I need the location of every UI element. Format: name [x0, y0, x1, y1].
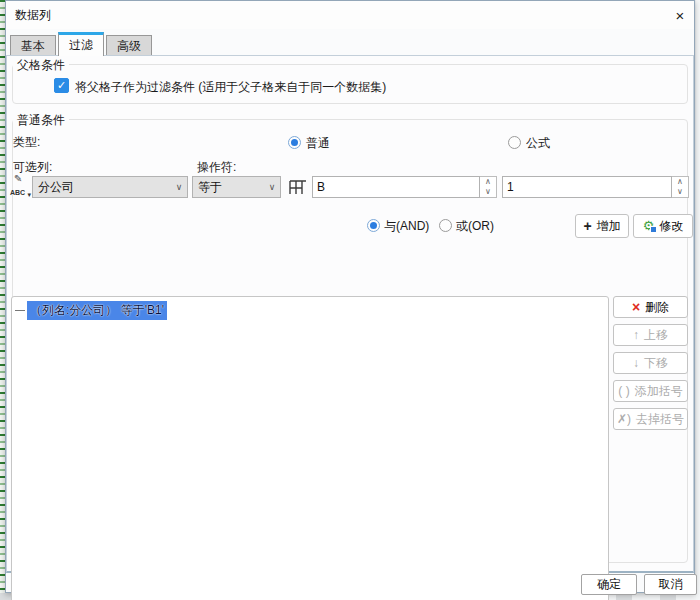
spinner-down-icon[interactable]: ∨	[480, 187, 496, 197]
parent-cell-filter-checkbox-label: 将父格子作为过滤条件 (适用于父子格来自于同一个数据集)	[75, 79, 386, 96]
delete-condition-button-label: 删除	[645, 299, 669, 316]
remove-parentheses-icon: ✗)	[617, 412, 631, 426]
operator-select[interactable]: 等于 ∨	[192, 176, 281, 198]
parent-cell-filter-checkbox[interactable]: ✓	[54, 78, 69, 93]
delete-x-icon: ×	[632, 299, 640, 315]
add-condition-button[interactable]: + 增加	[575, 214, 629, 238]
operator-label: 操作符:	[197, 159, 236, 176]
spinner-down-icon[interactable]: ∨	[672, 187, 688, 197]
logic-and-radio[interactable]	[367, 219, 380, 232]
logic-and-radio-label[interactable]: 与(AND)	[384, 218, 429, 235]
remove-brackets-button[interactable]: ✗) 去掉括号	[613, 408, 688, 430]
dialog-title: 数据列	[15, 7, 51, 24]
cell-column-input[interactable]	[312, 176, 480, 198]
add-brackets-button[interactable]: ( ) 添加括号	[613, 380, 688, 402]
move-down-button-label: 下移	[644, 355, 668, 372]
type-normal-radio-label[interactable]: 普通	[306, 135, 330, 152]
caret-down-icon: ▾	[27, 191, 31, 199]
spinner-up-icon[interactable]: ∧	[480, 177, 496, 187]
column-select[interactable]: 分公司 ∨	[32, 176, 188, 198]
conditions-list[interactable]: （列名:分公司） 等于'B1'	[11, 296, 609, 600]
delete-condition-button[interactable]: × 删除	[613, 296, 688, 318]
remove-brackets-button-label: 去掉括号	[636, 411, 684, 428]
cell-reference-icon	[288, 176, 312, 198]
gear-icon: ⚙	[643, 220, 655, 232]
modify-condition-button-label: 修改	[659, 218, 683, 235]
chevron-down-icon: ∨	[171, 182, 187, 192]
abc-text-icon: ABC	[10, 189, 25, 196]
move-down-button[interactable]: ↓ 下移	[613, 352, 688, 374]
modify-condition-button[interactable]: ⚙ 修改	[633, 214, 693, 238]
cancel-button[interactable]: 取消	[644, 574, 697, 595]
cell-grid-glyph	[288, 178, 308, 196]
tab-filter[interactable]: 过滤	[58, 32, 104, 56]
type-formula-radio[interactable]	[508, 136, 521, 149]
move-up-button-label: 上移	[644, 327, 668, 344]
cell-row-spinner[interactable]: ∧ ∨	[672, 176, 689, 198]
add-condition-button-label: 增加	[597, 218, 621, 235]
arrow-up-icon: ↑	[633, 328, 639, 342]
logic-or-radio[interactable]	[439, 219, 452, 232]
normal-condition-group-title: 普通条件	[13, 112, 69, 129]
condition-list-item[interactable]: （列名:分公司） 等于'B1'	[15, 301, 167, 320]
tab-advanced[interactable]: 高级	[106, 35, 152, 56]
tab-basic[interactable]: 基本	[10, 35, 56, 56]
spinner-up-icon[interactable]: ∧	[672, 177, 688, 187]
parent-condition-group-title: 父格条件	[13, 57, 69, 74]
cell-column-spinner[interactable]: ∧ ∨	[480, 176, 497, 198]
background-app-right-strip	[696, 0, 700, 600]
column-select-value: 分公司	[33, 179, 171, 196]
ok-button[interactable]: 确定	[581, 574, 637, 595]
filter-tab-panel: 父格条件 ✓ 将父格子作为过滤条件 (适用于父子格来自于同一个数据集) 普通条件…	[6, 55, 694, 573]
pencil-icon: ✎	[14, 173, 22, 184]
type-formula-radio-label[interactable]: 公式	[526, 135, 550, 152]
plus-icon: +	[583, 218, 591, 234]
operator-select-value: 等于	[193, 179, 264, 196]
type-label: 类型:	[13, 134, 40, 151]
move-up-button[interactable]: ↑ 上移	[613, 324, 688, 346]
column-type-icon[interactable]: ✎ ABC ▾	[10, 176, 32, 198]
cell-row-input[interactable]	[502, 176, 672, 198]
tree-branch-line	[15, 310, 25, 311]
condition-item-text[interactable]: （列名:分公司） 等于'B1'	[27, 301, 167, 320]
arrow-down-icon: ↓	[633, 356, 639, 370]
close-icon[interactable]: ×	[670, 5, 690, 25]
type-normal-radio[interactable]	[288, 136, 301, 149]
data-column-dialog: 数据列 × 基本 过滤 高级 父格条件 ✓ 将父格子作为过滤条件 (适用于父子格…	[5, 0, 695, 593]
tab-bar: 基本 过滤 高级	[10, 32, 154, 56]
logic-or-radio-label[interactable]: 或(OR)	[456, 218, 494, 235]
chevron-down-icon: ∨	[264, 182, 280, 192]
parentheses-icon: ( )	[618, 384, 629, 398]
dialog-titlebar: 数据列 ×	[6, 1, 694, 29]
add-brackets-button-label: 添加括号	[635, 383, 683, 400]
check-icon: ✓	[57, 79, 66, 92]
